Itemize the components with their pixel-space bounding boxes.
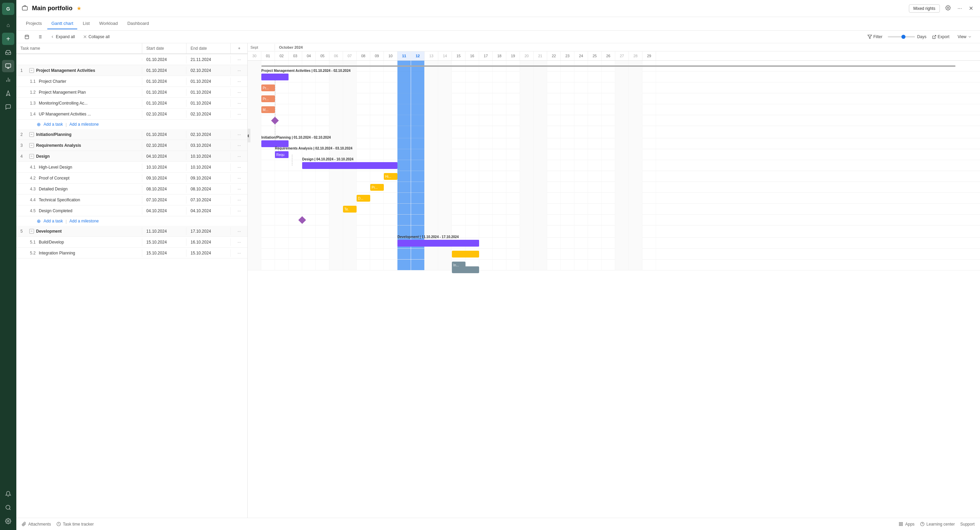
svg-point-9 [8,520,9,522]
add-task-row-4: ⊕ Add a task | Add a milestone [16,216,247,226]
gantt-day-21: 21 [533,51,547,60]
task-name-cell: 1.3 Monitoring/Controlling Ac... [16,99,142,107]
tab-dashboard[interactable]: Dashboard [123,18,153,29]
sidebar-search[interactable] [2,501,14,514]
table-row: 5.1 Build/Develop 15.10.2024 16.10.2024 … [16,237,247,247]
gantt-month-sept: Sept [248,44,275,51]
svg-point-7 [6,505,10,509]
gantt-day-27: 27 [615,51,629,60]
task-name-cell [16,58,142,61]
gantt-day-24: 24 [574,51,588,60]
expand-all-button[interactable]: Expand all [48,33,78,40]
sidebar-chat[interactable] [2,101,14,113]
gantt-bar[interactable] [398,240,479,247]
filter-button[interactable]: Filter [865,33,885,40]
support-button[interactable]: Support [960,522,975,527]
settings-button[interactable] [944,4,952,13]
col-add[interactable]: + [231,43,248,53]
export-button[interactable]: Export [929,33,953,40]
slider-track[interactable] [888,36,915,37]
sidebar-notifications[interactable] [2,488,14,500]
mixed-rights-button[interactable]: Mixed rights [909,5,940,13]
expand-icon[interactable]: − [29,143,34,148]
gantt-day-11: 11 [398,51,411,60]
gantt-connector [292,155,293,166]
table-row: 1.4 UP Management Activities ... 02.10.2… [16,109,247,120]
task-name-cell: 4.1 High-Level Design [16,163,142,171]
start-date-cell: 01.10.2024 [142,56,186,63]
actions-cell[interactable]: ··· [231,56,248,63]
expand-icon[interactable]: − [29,229,34,234]
gantt-bar[interactable]: D... [356,195,370,202]
add-task-link[interactable]: Add a task [43,122,63,127]
add-milestone-link-4[interactable]: Add a milestone [69,219,99,223]
gantt-bar[interactable] [452,251,479,257]
gantt-body: Project Management Activities | 01.10.20… [248,61,980,270]
add-task-link-4[interactable]: Add a task [43,219,63,223]
table-row: 5 − Development 11.10.2024 17.10.2024 ··… [16,226,247,237]
time-tracker-button[interactable]: Task time tracker [56,522,94,527]
collapse-all-button[interactable]: ✕ Collapse all [80,33,112,41]
table-row: 4 − Design 04.10.2024 10.10.2024 ··· [16,151,247,162]
gantt-view-toggle-1[interactable] [22,33,32,40]
close-button[interactable]: ✕ [967,4,975,13]
gantt-bar[interactable]: Hi... [384,173,398,180]
sidebar-projects[interactable] [2,60,14,72]
table-row: 4.5 Design Completed 04.10.2024 04.10.20… [16,205,247,216]
task-name-cell: 4.2 Proof of Concept [16,174,142,182]
gantt-bar[interactable] [261,140,288,147]
table-row: 4.3 Detailed Design 08.10.2024 08.10.202… [16,184,247,195]
gantt-bar[interactable]: Pr... [370,184,384,191]
gantt-chart-area: Sept October 2024 3001020304050607080910… [248,43,980,518]
sidebar-inbox[interactable] [2,46,14,59]
sidebar-home[interactable]: ⌂ [2,19,14,31]
tab-gantt-chart[interactable]: Gantt chart [47,18,77,29]
gantt-connector [275,77,275,144]
sidebar-reports[interactable] [2,73,14,86]
gantt-bar[interactable]: M... [261,106,275,113]
gantt-view-toggle-2[interactable] [35,33,45,40]
more-options-button[interactable]: ··· [956,4,963,13]
tab-projects[interactable]: Projects [22,18,46,29]
task-name-cell: 3 − Requirements Analysis [16,142,142,149]
logo-icon[interactable]: G [2,3,14,15]
apps-button[interactable]: Apps [899,522,914,527]
portfolio-icon [22,5,28,12]
task-name-cell: 1.1 Project Charter [16,78,142,85]
expand-icon[interactable]: − [29,154,34,159]
expand-icon[interactable]: − [29,68,34,73]
gantt-connector [399,166,400,243]
gantt-bar[interactable] [302,162,398,169]
task-name-cell: 1 − Project Management Activities [16,67,142,74]
sidebar-integrations[interactable] [2,87,14,99]
gantt-day-19: 19 [506,51,520,60]
gantt-day-28: 28 [629,51,643,60]
gantt-bar[interactable] [452,267,479,273]
attachments-button[interactable]: Attachments [22,522,51,527]
gantt-bar[interactable]: Pr... [261,85,275,91]
svg-rect-25 [899,522,901,524]
gantt-collapse-button[interactable]: ◀ [248,129,250,142]
gantt-bar[interactable]: Requ [275,151,288,158]
expand-icon[interactable]: − [29,132,34,137]
gantt-bar[interactable]: Pr... [261,95,275,102]
view-button[interactable]: View [955,33,975,40]
add-task-icon-4[interactable]: ⊕ [37,218,41,224]
sidebar-add[interactable]: + [2,33,14,45]
task-name-cell: 4.3 Detailed Design [16,185,142,193]
gantt-day-03: 03 [288,51,302,60]
svg-point-11 [947,7,949,8]
tab-workload[interactable]: Workload [95,18,122,29]
tab-list[interactable]: List [79,18,94,29]
task-name-cell: 2 − Initiation/Planning [16,131,142,138]
gantt-bar[interactable]: Te. [343,206,356,212]
task-name-cell: 1.4 UP Management Activities ... [16,110,142,118]
star-icon[interactable]: ★ [76,5,81,11]
gantt-day-15: 15 [452,51,466,60]
add-milestone-link[interactable]: Add a milestone [69,122,99,127]
gantt-day-06: 06 [329,51,343,60]
gantt-bar[interactable] [261,73,288,80]
add-task-icon[interactable]: ⊕ [37,121,41,127]
sidebar-settings[interactable] [2,515,14,527]
learning-center-button[interactable]: Learning center [920,522,955,527]
